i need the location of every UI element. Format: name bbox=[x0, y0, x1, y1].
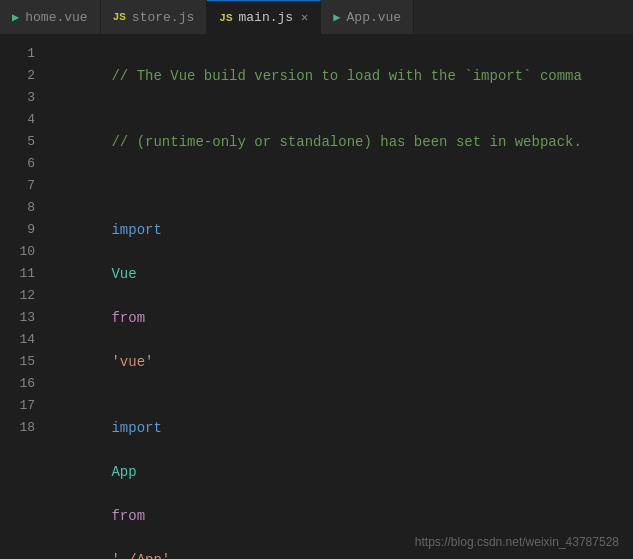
js-icon: JS bbox=[113, 11, 126, 23]
code-line-2: // (runtime-only or standalone) has been… bbox=[61, 109, 633, 175]
line-num: 7 bbox=[0, 175, 35, 197]
code-text bbox=[111, 244, 119, 260]
watermark: https://blog.csdn.net/weixin_43787528 bbox=[415, 535, 619, 549]
line-num: 8 bbox=[0, 197, 35, 219]
vue-icon: ▶ bbox=[12, 10, 19, 25]
identifier: App bbox=[111, 464, 136, 480]
line-num: 18 bbox=[0, 417, 35, 439]
tab-bar: ▶ home.vue JS store.js JS main.js ✕ ▶ Ap… bbox=[0, 0, 633, 35]
comment: // The Vue build version to load with th… bbox=[111, 68, 581, 84]
js-icon: JS bbox=[219, 12, 232, 24]
line-num: 17 bbox=[0, 395, 35, 417]
string: './App' bbox=[111, 552, 170, 559]
keyword: import bbox=[111, 222, 161, 238]
line-num: 16 bbox=[0, 373, 35, 395]
line-num: 10 bbox=[0, 241, 35, 263]
vue-icon: ▶ bbox=[333, 10, 340, 25]
code-text bbox=[111, 288, 119, 304]
code-line-3 bbox=[61, 175, 633, 197]
line-num: 12 bbox=[0, 285, 35, 307]
tab-home-vue[interactable]: ▶ home.vue bbox=[0, 0, 101, 34]
line-num: 4 bbox=[0, 109, 35, 131]
tab-app-vue[interactable]: ▶ App.vue bbox=[321, 0, 414, 34]
keyword-from: from bbox=[111, 310, 145, 326]
code-text bbox=[111, 442, 119, 458]
line-num: 1 bbox=[0, 43, 35, 65]
tab-store-js[interactable]: JS store.js bbox=[101, 0, 208, 34]
string: 'vue' bbox=[111, 354, 153, 370]
identifier: Vue bbox=[111, 266, 136, 282]
code-text bbox=[111, 486, 119, 502]
line-num: 15 bbox=[0, 351, 35, 373]
keyword: import bbox=[111, 420, 161, 436]
tab-label: home.vue bbox=[25, 10, 87, 25]
tab-main-js[interactable]: JS main.js ✕ bbox=[207, 0, 321, 34]
line-num: 9 bbox=[0, 219, 35, 241]
code-text bbox=[111, 530, 119, 546]
code-line-4: import Vue from 'vue' bbox=[61, 197, 633, 395]
line-numbers: 1 2 3 4 5 6 7 8 9 10 11 12 13 14 15 16 1… bbox=[0, 35, 45, 559]
line-num: 14 bbox=[0, 329, 35, 351]
comment: // (runtime-only or standalone) has been… bbox=[111, 134, 581, 150]
line-num: 5 bbox=[0, 131, 35, 153]
tab-close-icon[interactable]: ✕ bbox=[301, 10, 308, 25]
tab-label: App.vue bbox=[347, 10, 402, 25]
line-num: 2 bbox=[0, 65, 35, 87]
code-area: // The Vue build version to load with th… bbox=[45, 35, 633, 559]
code-line-1: // The Vue build version to load with th… bbox=[61, 43, 633, 109]
tab-label: store.js bbox=[132, 10, 194, 25]
line-num: 3 bbox=[0, 87, 35, 109]
editor: 1 2 3 4 5 6 7 8 9 10 11 12 13 14 15 16 1… bbox=[0, 35, 633, 559]
tab-label: main.js bbox=[238, 10, 293, 25]
line-num: 13 bbox=[0, 307, 35, 329]
line-num: 6 bbox=[0, 153, 35, 175]
line-num: 11 bbox=[0, 263, 35, 285]
keyword-from: from bbox=[111, 508, 145, 524]
code-text bbox=[111, 332, 119, 348]
